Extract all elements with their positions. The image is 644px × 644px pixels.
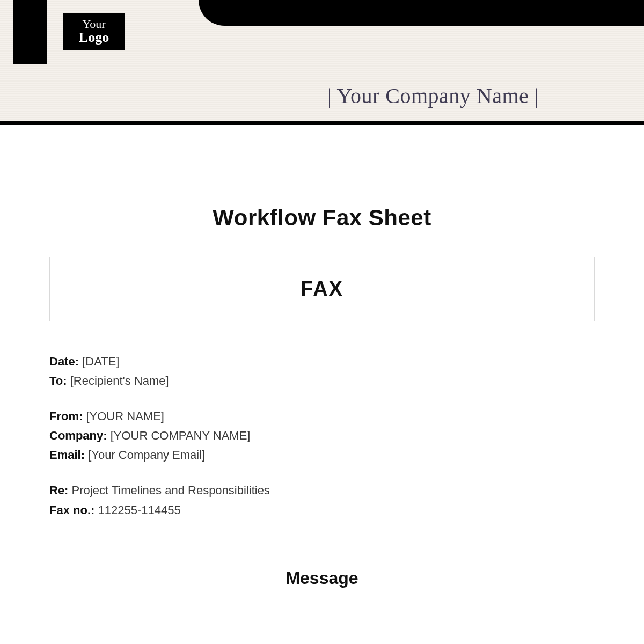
fax-sheet-page: Your Logo | Your Company Name | Workflow… <box>0 0 644 644</box>
from-value-text: [YOUR NAME] <box>86 409 164 423</box>
section-divider <box>49 539 595 539</box>
company-value-text: [YOUR COMPANY NAME] <box>111 429 251 442</box>
email-label: Email: <box>49 448 85 462</box>
subject-block: Re: Project Timelines and Responsibiliti… <box>49 481 595 519</box>
faxno-label: Fax no.: <box>49 503 94 517</box>
from-row: From: [YOUR NAME] <box>49 407 595 426</box>
letterhead-band: Your Logo | Your Company Name | <box>0 0 644 125</box>
logo-placeholder: Your Logo <box>63 13 125 50</box>
message-heading: Message <box>49 568 595 588</box>
to-row: To: [Recipient's Name] <box>49 372 595 390</box>
re-row: Re: Project Timelines and Responsibiliti… <box>49 481 595 500</box>
header-gap <box>0 125 644 141</box>
to-label: To: <box>49 374 67 387</box>
sender-block: From: [YOUR NAME] Company: [YOUR COMPANY… <box>49 407 595 464</box>
re-label: Re: <box>49 484 68 497</box>
date-value-text: [DATE] <box>82 355 119 368</box>
email-row: Email: [Your Company Email] <box>49 446 595 464</box>
email-value-text: [Your Company Email] <box>88 448 205 462</box>
faxno-value-text: 112255-114455 <box>98 503 180 517</box>
company-name-placeholder: | Your Company Name | <box>327 83 539 108</box>
recipient-block: Date: [DATE] To: [Recipient's Name] <box>49 353 595 390</box>
to-value-text: [Recipient's Name] <box>70 374 169 387</box>
company-row: Company: [YOUR COMPANY NAME] <box>49 427 595 445</box>
fax-heading-box: FAX <box>49 257 595 321</box>
re-value-text: Project Timelines and Responsibilities <box>72 484 270 497</box>
header-black-tab <box>199 0 644 26</box>
document-title: Workflow Fax Sheet <box>49 205 595 231</box>
logo-text-line1: Your <box>63 18 125 30</box>
faxno-row: Fax no.: 112255-114455 <box>49 501 595 519</box>
fields-section: Date: [DATE] To: [Recipient's Name] From… <box>49 353 595 519</box>
document-body: Workflow Fax Sheet FAX Date: [DATE] To: … <box>0 141 644 588</box>
company-label: Company: <box>49 429 107 442</box>
date-row: Date: [DATE] <box>49 353 595 371</box>
logo-black-bar <box>13 0 47 64</box>
from-label: From: <box>49 409 83 423</box>
date-label: Date: <box>49 355 79 368</box>
logo-text-line2: Logo <box>63 30 125 45</box>
